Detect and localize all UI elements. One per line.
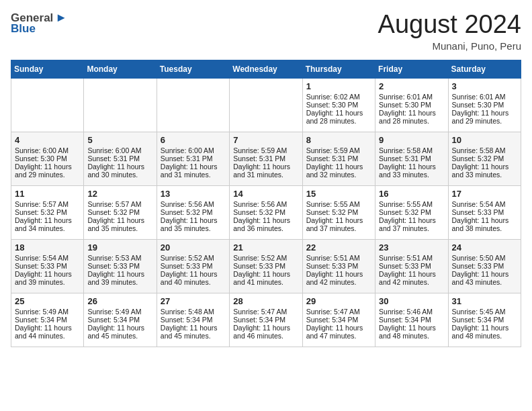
day-number: 13 (161, 189, 226, 199)
day-info-line: and 46 minutes. (233, 332, 298, 340)
day-info-line: Sunrise: 5:49 AM (15, 308, 80, 316)
calendar-cell: 18Sunrise: 5:54 AMSunset: 5:33 PMDayligh… (11, 239, 84, 293)
calendar-week-row: 4Sunrise: 6:00 AMSunset: 5:30 PMDaylight… (11, 132, 521, 185)
day-info-line: Sunrise: 5:47 AM (233, 308, 298, 316)
day-info-line: Sunset: 5:31 PM (87, 154, 152, 163)
calendar-cell: 2Sunrise: 6:01 AMSunset: 5:30 PMDaylight… (375, 78, 448, 132)
day-info-line: and 31 minutes. (161, 171, 226, 179)
day-info-line: Sunrise: 5:51 AM (379, 254, 444, 262)
day-number: 11 (15, 189, 80, 199)
day-info-line: and 35 minutes. (161, 224, 226, 232)
day-number: 10 (452, 135, 517, 145)
calendar-cell (230, 78, 302, 132)
day-info-line: Daylight: 11 hours (452, 216, 517, 224)
day-info-line: Daylight: 11 hours (452, 109, 517, 117)
day-info-line: Sunrise: 6:00 AM (161, 146, 226, 154)
day-info-line: and 38 minutes. (452, 224, 517, 232)
calendar-cell (157, 78, 229, 132)
day-info-line: and 47 minutes. (306, 332, 371, 340)
day-info-line: Sunrise: 5:57 AM (15, 200, 80, 208)
day-info-line: Daylight: 11 hours (306, 270, 371, 278)
day-info-line: Daylight: 11 hours (161, 216, 226, 224)
day-info-line: Daylight: 11 hours (15, 270, 80, 278)
day-number: 26 (87, 296, 152, 306)
weekday-header-friday: Friday (375, 60, 448, 78)
day-info-line: Daylight: 11 hours (452, 270, 517, 278)
day-info-line: Daylight: 11 hours (306, 324, 371, 332)
day-info-line: Daylight: 11 hours (306, 109, 371, 117)
day-info-line: and 28 minutes. (306, 117, 371, 125)
day-info-line: and 48 minutes. (379, 332, 444, 340)
weekday-header-sunday: Sunday (11, 60, 84, 78)
day-info-line: Sunset: 5:30 PM (15, 154, 80, 163)
day-info-line: Sunrise: 5:49 AM (87, 308, 152, 316)
calendar-cell: 27Sunrise: 5:48 AMSunset: 5:34 PMDayligh… (157, 293, 229, 347)
day-info-line: Daylight: 11 hours (452, 324, 517, 332)
day-info-line: Sunrise: 5:51 AM (306, 254, 371, 262)
calendar-cell: 8Sunrise: 5:59 AMSunset: 5:31 PMDaylight… (302, 132, 375, 185)
day-info-line: and 34 minutes. (15, 224, 80, 232)
logo-block: General ► Blue (11, 11, 71, 36)
day-info-line: Daylight: 11 hours (306, 216, 371, 224)
day-info-line: Daylight: 11 hours (87, 163, 152, 171)
day-info-line: Sunset: 5:32 PM (379, 208, 444, 216)
day-number: 25 (15, 296, 80, 306)
day-number: 29 (306, 296, 371, 306)
day-number: 23 (379, 242, 444, 253)
logo-bird-shape: ► (55, 11, 67, 25)
day-info-line: Sunset: 5:33 PM (87, 262, 152, 270)
day-info-line: Sunrise: 5:56 AM (161, 200, 226, 208)
day-info-line: Sunset: 5:32 PM (306, 208, 371, 216)
calendar-cell: 15Sunrise: 5:55 AMSunset: 5:32 PMDayligh… (302, 185, 375, 239)
day-info-line: and 42 minutes. (379, 278, 444, 286)
day-number: 31 (452, 296, 517, 306)
day-info-line: Daylight: 11 hours (233, 324, 298, 332)
day-info-line: Daylight: 11 hours (452, 163, 517, 171)
day-info-line: and 30 minutes. (87, 171, 152, 179)
weekday-header-wednesday: Wednesday (230, 60, 302, 78)
calendar-cell: 20Sunrise: 5:52 AMSunset: 5:33 PMDayligh… (157, 239, 229, 293)
calendar-cell: 26Sunrise: 5:49 AMSunset: 5:34 PMDayligh… (84, 293, 157, 347)
day-number: 14 (233, 189, 298, 199)
calendar-cell: 21Sunrise: 5:52 AMSunset: 5:33 PMDayligh… (230, 239, 302, 293)
weekday-header-saturday: Saturday (448, 60, 521, 78)
day-number: 28 (233, 296, 298, 306)
day-info-line: Sunset: 5:33 PM (15, 262, 80, 270)
day-number: 6 (161, 135, 226, 145)
day-info-line: Sunrise: 6:00 AM (15, 146, 80, 154)
day-info-line: Daylight: 11 hours (379, 163, 444, 171)
calendar-cell: 11Sunrise: 5:57 AMSunset: 5:32 PMDayligh… (11, 185, 84, 239)
calendar-cell: 24Sunrise: 5:50 AMSunset: 5:33 PMDayligh… (448, 239, 521, 293)
day-info-line: and 48 minutes. (452, 332, 517, 340)
day-info-line: Sunset: 5:34 PM (15, 316, 80, 324)
day-info-line: Sunrise: 5:58 AM (452, 146, 517, 154)
day-info-line: Sunrise: 5:48 AM (161, 308, 226, 316)
day-info-line: Daylight: 11 hours (233, 270, 298, 278)
calendar-cell: 22Sunrise: 5:51 AMSunset: 5:33 PMDayligh… (302, 239, 375, 293)
day-info-line: Sunset: 5:32 PM (161, 208, 226, 216)
day-info-line: Sunset: 5:31 PM (306, 154, 371, 163)
day-info-line: and 29 minutes. (452, 117, 517, 125)
day-info-line: and 39 minutes. (87, 278, 152, 286)
day-info-line: Sunset: 5:33 PM (452, 208, 517, 216)
calendar-cell: 31Sunrise: 5:45 AMSunset: 5:34 PMDayligh… (448, 293, 521, 347)
day-info-line: and 31 minutes. (233, 171, 298, 179)
day-number: 19 (87, 242, 152, 253)
calendar-cell: 3Sunrise: 6:01 AMSunset: 5:30 PMDaylight… (448, 78, 521, 132)
calendar-cell: 14Sunrise: 5:56 AMSunset: 5:32 PMDayligh… (230, 185, 302, 239)
day-number: 8 (306, 135, 371, 145)
day-info-line: and 39 minutes. (15, 278, 80, 286)
day-info-line: Daylight: 11 hours (161, 324, 226, 332)
day-info-line: Daylight: 11 hours (15, 324, 80, 332)
day-number: 7 (233, 135, 298, 145)
calendar-cell: 28Sunrise: 5:47 AMSunset: 5:34 PMDayligh… (230, 293, 302, 347)
location-subtitle: Munani, Puno, Peru (71, 40, 521, 52)
logo-blue: Blue (11, 22, 36, 36)
day-info-line: Sunrise: 5:47 AM (306, 308, 371, 316)
day-info-line: Sunrise: 5:54 AM (452, 200, 517, 208)
day-info-line: Sunset: 5:30 PM (452, 101, 517, 109)
day-info-line: and 40 minutes. (161, 278, 226, 286)
day-info-line: Sunset: 5:34 PM (452, 316, 517, 324)
day-info-line: Sunset: 5:30 PM (306, 101, 371, 109)
day-info-line: Sunrise: 5:56 AM (233, 200, 298, 208)
